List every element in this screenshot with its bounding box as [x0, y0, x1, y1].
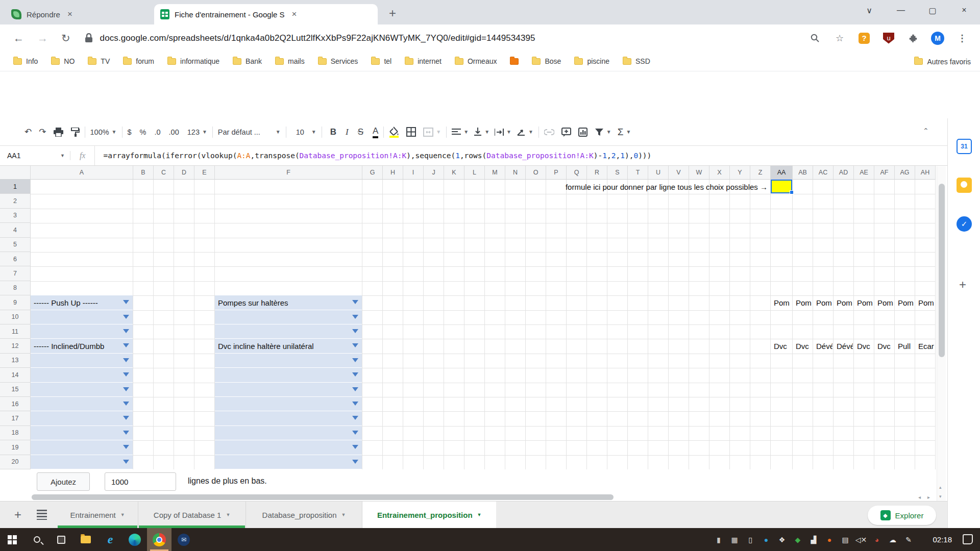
column-header-I[interactable]: I: [403, 166, 424, 180]
dropdown-cell-F13[interactable]: [215, 354, 362, 367]
dropdown-arrow-icon[interactable]: [123, 402, 129, 409]
dropdown-cell-F11[interactable]: [215, 324, 362, 338]
formula-input[interactable]: =arrayformula(iferror(vlookup(A:A,transp…: [94, 146, 651, 165]
text-color-button[interactable]: A: [373, 126, 378, 138]
dropdown-arrow-icon[interactable]: [352, 387, 358, 394]
dropdown-cell-A19[interactable]: [31, 440, 133, 454]
spreadsheet-grid[interactable]: ABCDEFGHIJKLMNOPQRSTUVWXYZAAABACADAEAFAG…: [0, 166, 947, 469]
paint-format-icon[interactable]: [70, 124, 80, 140]
chrome-menu-icon[interactable]: ⋮: [955, 32, 969, 45]
column-header-L[interactable]: L: [464, 166, 485, 180]
horizontal-scrollbar[interactable]: ◂ ▸: [31, 493, 934, 501]
mail-app-button[interactable]: ✉: [172, 528, 196, 551]
cell-AD9[interactable]: Pom: [837, 295, 853, 310]
add-sheet-button[interactable]: +: [14, 508, 21, 522]
collapse-toolbar-icon[interactable]: ⌃: [923, 127, 929, 135]
column-header-X[interactable]: X: [709, 166, 730, 180]
tasks-icon[interactable]: ✓: [957, 216, 972, 232]
merge-cells-button[interactable]: [423, 124, 433, 140]
chrome-button[interactable]: [147, 528, 172, 551]
insert-chart-button[interactable]: [578, 124, 587, 140]
dropdown-cell-F18[interactable]: [215, 426, 362, 440]
fill-color-button[interactable]: [389, 124, 399, 140]
more-formats-button[interactable]: 123: [187, 124, 200, 140]
forward-icon[interactable]: →: [37, 32, 48, 44]
bookmark-item[interactable]: Services: [318, 57, 358, 65]
profile-avatar[interactable]: M: [931, 32, 944, 45]
new-tab-button[interactable]: +: [389, 6, 396, 20]
window-close-button[interactable]: ×: [948, 0, 980, 20]
dropdown-arrow-icon[interactable]: [123, 329, 129, 336]
sheet-tab-caret-icon[interactable]: ▼: [120, 512, 125, 517]
sheet-tab-copy-of-database-1[interactable]: Copy of Database 1▼: [138, 502, 246, 528]
row-header-17[interactable]: 17: [0, 411, 31, 425]
column-header-Q[interactable]: Q: [567, 166, 587, 180]
all-sheets-icon[interactable]: [37, 510, 47, 520]
column-header-R[interactable]: R: [587, 166, 607, 180]
column-header-Z[interactable]: Z: [750, 166, 771, 180]
keypad-icon[interactable]: ▦: [729, 535, 740, 545]
dropbox-icon[interactable]: ❖: [777, 535, 787, 545]
sheet-tab-entrainement-proposition[interactable]: Entrainement_proposition▼: [362, 502, 496, 528]
bookmark-item[interactable]: NO: [51, 57, 75, 65]
dropdown-arrow-icon[interactable]: [123, 460, 129, 467]
dropdown-cell-F16[interactable]: [215, 397, 362, 411]
bookmark-item[interactable]: mails: [275, 57, 305, 65]
sheet-tab-caret-icon[interactable]: ▼: [477, 512, 482, 517]
dropdown-arrow-icon[interactable]: [123, 431, 129, 438]
dropdown-arrow-icon[interactable]: [352, 372, 358, 380]
search-zoom-icon[interactable]: [808, 32, 822, 45]
decrease-decimal-button[interactable]: .0: [154, 124, 160, 140]
column-header-H[interactable]: H: [383, 166, 403, 180]
cell-AF9[interactable]: Pom: [877, 295, 894, 310]
column-header-T[interactable]: T: [628, 166, 648, 180]
print-icon[interactable]: [54, 124, 63, 140]
row-header-2[interactable]: 2: [0, 194, 31, 208]
row-header-3[interactable]: 3: [0, 209, 31, 223]
dropdown-cell-A17[interactable]: [31, 411, 133, 425]
column-header-AB[interactable]: AB: [793, 166, 813, 180]
format-percent-button[interactable]: %: [140, 124, 146, 140]
bookmark-special-folder[interactable]: [510, 58, 519, 65]
row-header-14[interactable]: 14: [0, 368, 31, 382]
dropdown-cell-A18[interactable]: [31, 426, 133, 440]
cell-F12[interactable]: Dvc incline haltère unilatéral: [218, 339, 351, 353]
dropdown-cell-A20[interactable]: [31, 455, 133, 469]
insert-link-button[interactable]: [544, 124, 554, 140]
window-minimize-button[interactable]: —: [885, 0, 917, 20]
cell-AB12[interactable]: Dvc: [796, 339, 812, 353]
bookmark-autres-favoris[interactable]: Autres favoris: [914, 52, 971, 71]
calendar-icon[interactable]: 31: [957, 139, 972, 154]
italic-button[interactable]: I: [346, 124, 349, 140]
scroll-left-icon[interactable]: ◂: [918, 494, 921, 500]
question-extension-icon[interactable]: ?: [857, 32, 871, 45]
task-view-button[interactable]: [49, 528, 74, 551]
cell-AG12[interactable]: Pull: [898, 339, 914, 353]
media-device-icon[interactable]: ▮: [714, 535, 724, 545]
row-count-input[interactable]: 1000: [105, 472, 176, 491]
cell-AA9[interactable]: Pom: [774, 295, 792, 310]
cell-F9[interactable]: Pompes sur haltères: [218, 295, 351, 310]
dropdown-arrow-icon[interactable]: [123, 300, 129, 307]
color-app-icon[interactable]: ◕: [872, 535, 882, 545]
row-header-15[interactable]: 15: [0, 383, 31, 397]
column-header-N[interactable]: N: [505, 166, 526, 180]
dropdown-arrow-icon[interactable]: [123, 387, 129, 394]
increase-decimal-button[interactable]: .00: [169, 124, 179, 140]
side-panel-add-icon[interactable]: +: [959, 278, 966, 292]
selected-cell-AA1[interactable]: [771, 180, 792, 193]
dropdown-cell-A16[interactable]: [31, 397, 133, 411]
dropdown-arrow-icon[interactable]: [123, 315, 129, 322]
column-header-M[interactable]: M: [485, 166, 505, 180]
dropdown-arrow-icon[interactable]: [352, 460, 358, 467]
dropdown-arrow-icon[interactable]: [123, 343, 129, 350]
column-header-AG[interactable]: AG: [895, 166, 915, 180]
functions-button[interactable]: Σ: [618, 124, 624, 140]
zoom-select[interactable]: 100%: [90, 124, 109, 140]
pen-icon[interactable]: ✎: [903, 535, 914, 545]
defender-shield-icon[interactable]: ◆: [793, 535, 803, 545]
bookmark-item[interactable]: Bank: [233, 57, 262, 65]
column-header-Y[interactable]: Y: [730, 166, 750, 180]
column-header-AF[interactable]: AF: [874, 166, 895, 180]
cloud-icon[interactable]: ☁: [888, 535, 898, 545]
